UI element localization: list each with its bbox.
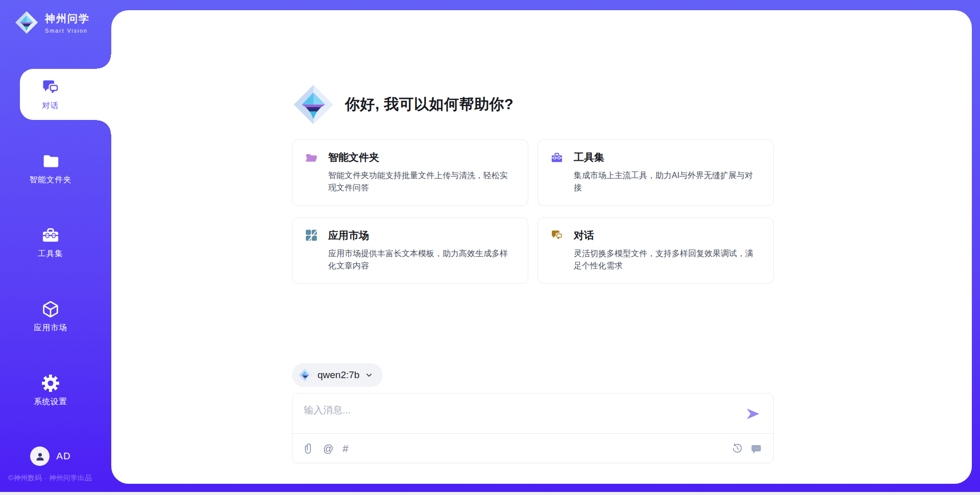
sidebar-item-toolset[interactable]: 工具集 bbox=[0, 217, 111, 268]
card-smart-folder[interactable]: 智能文件夹 智能文件夹功能支持批量文件上传与清洗，轻松实现文件问答 bbox=[292, 139, 528, 206]
brand-name-en: Smart Vision bbox=[45, 28, 90, 34]
card-header: 对话 bbox=[550, 229, 761, 242]
spacer bbox=[292, 284, 774, 363]
chat-icon bbox=[41, 78, 60, 97]
chat-icon bbox=[550, 229, 564, 242]
card-header: 应用市场 bbox=[305, 229, 516, 242]
shortcut-cards: 智能文件夹 智能文件夹功能支持批量文件上传与清洗，轻松实现文件问答 工具集 集成… bbox=[292, 139, 774, 284]
conversation-button[interactable] bbox=[751, 443, 762, 454]
history-button[interactable] bbox=[732, 443, 743, 454]
user-initials: AD bbox=[56, 451, 70, 462]
brand-diamond-icon bbox=[14, 10, 39, 35]
message-composer: @ # bbox=[292, 393, 774, 463]
briefcase-icon bbox=[550, 151, 564, 164]
message-input[interactable] bbox=[292, 393, 773, 433]
card-title: 智能文件夹 bbox=[328, 151, 379, 164]
greeting-title: 你好, 我可以如何帮助你? bbox=[345, 94, 513, 115]
sidebar-item-label: 应用市场 bbox=[34, 323, 67, 333]
card-description: 智能文件夹功能支持批量文件上传与清洗，轻松实现文件问答 bbox=[328, 169, 516, 194]
sidebar-item-label: 智能文件夹 bbox=[30, 175, 72, 185]
active-tab-background bbox=[20, 69, 111, 120]
composer-tools-right bbox=[732, 443, 762, 454]
sidebar-item-label: 系统设置 bbox=[34, 397, 67, 407]
folder-icon bbox=[41, 152, 60, 171]
sidebar-nav: 对话 智能文件夹 工具集 应用市场 系统设置 bbox=[0, 69, 111, 416]
cube-icon bbox=[41, 300, 60, 319]
avatar bbox=[30, 447, 50, 466]
brand-text: 神州问学 Smart Vision bbox=[45, 12, 90, 34]
sidebar-item-chat[interactable]: 对话 bbox=[0, 69, 111, 120]
card-app-market[interactable]: 应用市场 应用市场提供丰富长文本模板，助力高效生成多样化文章内容 bbox=[292, 217, 528, 284]
attach-file-button[interactable] bbox=[304, 443, 314, 454]
brand-logo-block: 神州问学 Smart Vision bbox=[0, 0, 111, 35]
brand-name-cn: 神州问学 bbox=[45, 12, 90, 26]
greeting: 你好, 我可以如何帮助你? bbox=[292, 83, 774, 126]
model-selector[interactable]: qwen2:7b bbox=[292, 363, 383, 387]
composer-tools-left: @ # bbox=[304, 443, 348, 454]
card-toolset[interactable]: 工具集 集成市场上主流工具，助力AI与外界无缝扩展与对接 bbox=[537, 139, 774, 206]
grid-icon bbox=[305, 229, 318, 242]
history-icon bbox=[732, 443, 743, 454]
card-title: 对话 bbox=[574, 229, 594, 242]
sidebar-item-label: 对话 bbox=[42, 101, 59, 111]
copyright-footer: ©神州数码 · 神州问学出品 bbox=[8, 474, 92, 483]
mention-button[interactable]: @ bbox=[323, 443, 333, 454]
hash-icon: # bbox=[342, 443, 348, 454]
brand-diamond-icon bbox=[292, 83, 335, 126]
send-icon bbox=[745, 406, 761, 422]
send-button[interactable] bbox=[744, 405, 762, 423]
model-name: qwen2:7b bbox=[317, 369, 359, 381]
sidebar: 神州问学 Smart Vision 对话 智能文件夹 工具集 应用市场 系统设置 bbox=[0, 0, 111, 495]
at-icon: @ bbox=[323, 443, 333, 454]
card-title: 应用市场 bbox=[328, 229, 369, 242]
card-header: 智能文件夹 bbox=[305, 151, 516, 164]
user-profile[interactable]: AD bbox=[0, 447, 111, 466]
sidebar-item-settings[interactable]: 系统设置 bbox=[0, 365, 111, 416]
card-description: 灵活切换多模型文件，支持多样回复效果调试，满足个性化需求 bbox=[574, 247, 761, 273]
paperclip-icon bbox=[304, 443, 314, 454]
person-icon bbox=[34, 451, 46, 462]
card-chat[interactable]: 对话 灵活切换多模型文件，支持多样回复效果调试，满足个性化需求 bbox=[537, 217, 774, 284]
hashtag-button[interactable]: # bbox=[342, 443, 348, 454]
card-description: 应用市场提供丰富长文本模板，助力高效生成多样化文章内容 bbox=[328, 247, 516, 273]
toolbox-icon bbox=[41, 226, 60, 245]
sidebar-item-app-market[interactable]: 应用市场 bbox=[0, 291, 111, 342]
card-title: 工具集 bbox=[574, 151, 604, 164]
card-header: 工具集 bbox=[550, 151, 761, 164]
chevron-down-icon bbox=[364, 370, 374, 380]
sidebar-item-smart-folder[interactable]: 智能文件夹 bbox=[0, 143, 111, 194]
chat-bubble-icon bbox=[751, 443, 762, 454]
main-panel: 你好, 我可以如何帮助你? 智能文件夹 智能文件夹功能支持批量文件上传与清洗，轻… bbox=[111, 10, 972, 484]
brand-diamond-icon bbox=[298, 368, 312, 382]
sidebar-item-label: 工具集 bbox=[38, 249, 63, 259]
gear-icon bbox=[41, 374, 60, 393]
composer-input-area bbox=[292, 393, 773, 433]
main-content: 你好, 我可以如何帮助你? 智能文件夹 智能文件夹功能支持批量文件上传与清洗，轻… bbox=[292, 10, 774, 484]
card-description: 集成市场上主流工具，助力AI与外界无缝扩展与对接 bbox=[574, 169, 761, 194]
composer-toolbar: @ # bbox=[292, 433, 773, 463]
folder-open-icon bbox=[305, 151, 318, 164]
window-bottom-strip bbox=[0, 492, 980, 495]
